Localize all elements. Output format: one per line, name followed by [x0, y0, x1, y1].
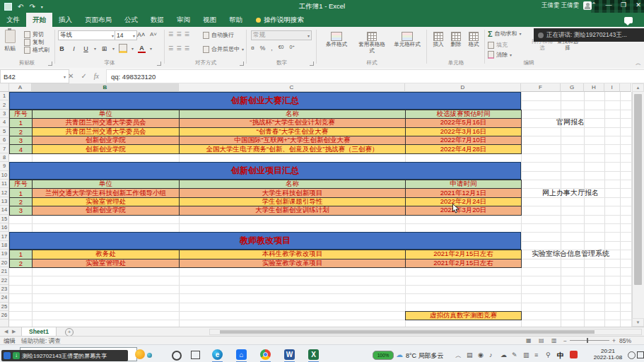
ribbon-tab-4[interactable]: 公式 — [118, 13, 144, 27]
table-header-cell[interactable]: 校选拔赛预估时间 — [405, 110, 522, 119]
table-cell[interactable]: 3 — [9, 206, 33, 215]
merge-center-button[interactable]: 合并后居中▾ — [203, 45, 244, 53]
select-all-corner[interactable] — [0, 83, 9, 92]
decrease-decimal-icon[interactable]: 0⁺ — [289, 45, 295, 52]
row-header-15[interactable]: 15 — [0, 215, 9, 223]
table-header-cell[interactable]: 申请时间 — [405, 180, 522, 189]
row-header-6[interactable]: 6 — [0, 136, 9, 144]
ime-indicator[interactable]: 中 — [557, 351, 564, 361]
tray-icon[interactable]: ▤ — [467, 351, 473, 358]
column-header-D[interactable]: D — [405, 83, 521, 92]
maximize-button[interactable]: ❐ — [619, 1, 628, 8]
row-header-9[interactable]: 9 — [0, 162, 9, 170]
zoom-slider-thumb[interactable] — [587, 338, 588, 343]
zoom-out-icon[interactable]: − — [563, 337, 567, 344]
table-cell[interactable]: 2 — [9, 259, 33, 268]
column-header-A[interactable]: A — [9, 83, 32, 92]
column-header-B[interactable]: B — [32, 83, 179, 92]
column-header-H[interactable]: H — [584, 83, 604, 92]
name-box[interactable]: B42▾ — [0, 69, 69, 83]
table-cell[interactable]: 2022年5月16日 — [405, 118, 522, 127]
close-button[interactable]: ✕ — [634, 1, 643, 8]
percent-icon[interactable]: % — [260, 45, 266, 52]
table-cell[interactable]: 2021年2月15日左右 — [405, 250, 522, 259]
table-header-cell[interactable]: 序号 — [9, 180, 33, 189]
table-cell[interactable]: 1 — [9, 118, 33, 127]
column-header-G[interactable]: G — [561, 83, 584, 92]
font-color-icon[interactable]: A — [138, 45, 146, 53]
tray-red-app-icon[interactable] — [570, 351, 578, 358]
borders-icon[interactable]: ⊞ — [100, 45, 108, 52]
table-cell[interactable]: 2 — [9, 197, 33, 206]
ribbon-display-options-icon[interactable]: ⌃ — [590, 1, 598, 8]
row-header-23[interactable]: 23 — [0, 285, 9, 293]
meeting-chat-icon[interactable] — [624, 17, 633, 23]
conditional-formatting-button[interactable]: 条件格式 — [321, 32, 352, 48]
table-cell[interactable]: 中国国际“互联网+”大学生创新创业大赛 — [179, 136, 406, 145]
special-cell[interactable]: 虚拟仿真数字测图竞赛 — [405, 311, 522, 320]
clipboard-dialog-launcher[interactable] — [48, 62, 52, 66]
table-cell[interactable]: 实验室管理处 — [32, 197, 180, 206]
insert-cells-button[interactable]: 插入 — [430, 32, 447, 48]
tray-icon[interactable]: ⚲ — [546, 351, 551, 358]
table-cell[interactable]: 共青团兰州交通大学委员会 — [32, 127, 180, 136]
increase-decimal-icon[interactable]: €0 — [279, 45, 284, 52]
font-dialog-launcher[interactable] — [157, 62, 161, 66]
row-header-7[interactable]: 7 — [0, 144, 9, 153]
table-cell[interactable]: 1 — [9, 188, 33, 197]
format-as-table-button[interactable]: 套用表格格式 — [356, 32, 387, 54]
enter-icon[interactable]: ✓ — [81, 72, 86, 80]
clear-button[interactable]: 清除▾ — [488, 51, 512, 59]
autosum-button[interactable]: Σ自动求和▾ — [488, 30, 522, 37]
table-cell[interactable]: 2021年2月15日左右 — [405, 259, 522, 268]
table-cell[interactable]: 大学生科技创新项目 — [179, 188, 406, 197]
insert-function-icon[interactable]: fx — [94, 72, 99, 80]
tray-people-icon[interactable] — [628, 351, 636, 359]
normal-view-icon[interactable]: ▦ — [526, 337, 532, 344]
cortana-icon[interactable] — [172, 351, 182, 361]
table-cell[interactable]: “挑战杯”大学生创业计划竞赛 — [179, 118, 406, 127]
row-header-19[interactable]: 19 — [0, 250, 9, 258]
row-header-8[interactable]: 8 — [0, 153, 9, 162]
user-name[interactable]: 王倩雯 王倩雯 — [541, 1, 579, 10]
tray-icon[interactable]: ◉ — [478, 351, 484, 358]
page-layout-view-icon[interactable]: ▤ — [539, 337, 544, 344]
table-cell[interactable]: 2022年3月16日 — [405, 127, 522, 136]
row-header-26[interactable]: 26 — [0, 311, 9, 320]
row-header-1[interactable]: 1 — [0, 92, 9, 100]
ribbon-tab-2[interactable]: 插入 — [52, 13, 78, 27]
table-cell[interactable]: 创新创业学院 — [32, 206, 180, 215]
fill-button[interactable]: 填充 — [488, 41, 508, 49]
zoom-level[interactable]: 85% — [619, 337, 631, 344]
row-header-10[interactable]: 10 — [0, 171, 9, 180]
wrap-text-button[interactable]: 自动换行 — [203, 31, 234, 39]
table-cell[interactable]: 教务处 — [32, 250, 180, 259]
collapse-ribbon-icon[interactable]: ︿ — [636, 59, 641, 67]
table-header-cell[interactable]: 单位 — [32, 180, 180, 189]
table-cell[interactable]: 2021年12月1日 — [405, 188, 522, 197]
row-header-21[interactable]: 21 — [0, 267, 9, 276]
underline-button[interactable]: U — [82, 45, 90, 52]
table-cell[interactable]: 实验室管理处 — [32, 259, 180, 268]
table-cell[interactable]: 2022年2月24日 — [405, 197, 522, 206]
format-painter-button[interactable]: 格式刷 — [24, 46, 49, 54]
table-header-cell[interactable]: 名称 — [179, 110, 406, 119]
row-header-24[interactable]: 24 — [0, 293, 9, 302]
table-cell[interactable]: “创青春”大学生创业大赛 — [179, 127, 406, 136]
font-name-select[interactable]: 等线▾ — [58, 30, 116, 40]
tray-icon[interactable]: ▥ — [523, 351, 529, 358]
cut-button[interactable]: 剪切 — [24, 30, 49, 38]
sheet-next-icon[interactable]: ▶ — [12, 329, 16, 334]
table-cell[interactable]: 4 — [9, 144, 33, 153]
grow-font-button[interactable]: A˄ — [137, 31, 145, 38]
meeting-app-icon[interactable]: ⌂ — [236, 349, 247, 360]
cell-styles-button[interactable]: 单元格样式 — [392, 32, 423, 48]
row-header-20[interactable]: 20 — [0, 259, 9, 267]
column-header-F[interactable]: F — [521, 83, 561, 92]
row-header-14[interactable]: 14 — [0, 206, 9, 214]
row-header-5[interactable]: 5 — [0, 127, 9, 136]
column-header-I[interactable]: I — [604, 83, 620, 92]
edge-icon[interactable]: e — [212, 349, 223, 360]
row-header-25[interactable]: 25 — [0, 303, 9, 311]
task-view-icon[interactable] — [191, 351, 200, 359]
